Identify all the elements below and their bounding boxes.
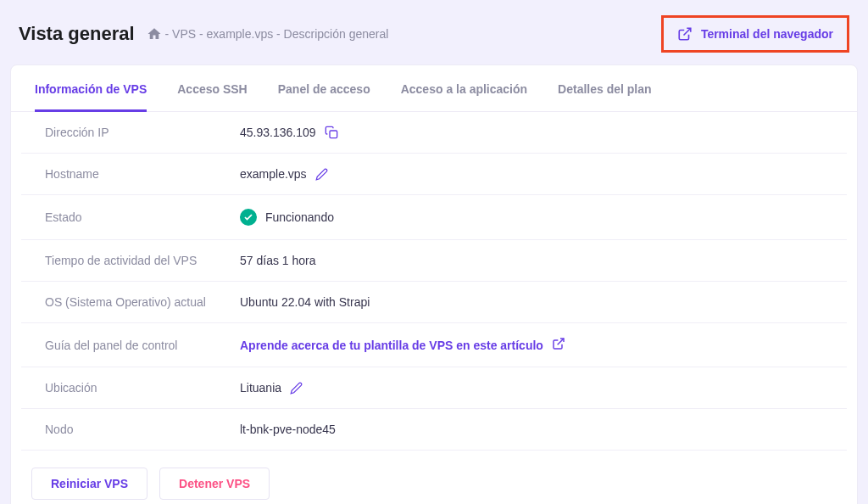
row-ip: Dirección IP 45.93.136.109 <box>21 112 847 154</box>
edit-icon[interactable] <box>315 168 328 181</box>
page-title: Vista general <box>19 23 135 45</box>
external-link-icon <box>677 26 693 42</box>
stop-vps-button[interactable]: Detener VPS <box>159 468 270 500</box>
value-hostname: example.vps <box>240 167 307 181</box>
terminal-button-highlight: Terminal del navegador <box>661 15 849 53</box>
label-ip: Dirección IP <box>45 126 240 139</box>
main-card: Información de VPS Acceso SSH Panel de a… <box>10 64 858 504</box>
row-os: OS (Sistema Operativo) actual Ubuntu 22.… <box>21 282 847 323</box>
row-guide: Guía del panel de control Aprende acerca… <box>21 323 847 367</box>
tab-ssh-access[interactable]: Acceso SSH <box>177 82 247 112</box>
value-os: Ubuntu 22.04 with Strapi <box>240 295 370 309</box>
label-uptime: Tiempo de actividad del VPS <box>45 254 240 267</box>
page-header: Vista general - VPS - example.vps - Desc… <box>10 10 858 64</box>
tab-access-panel[interactable]: Panel de acceso <box>278 82 370 112</box>
label-location: Ubicación <box>45 381 240 395</box>
browser-terminal-button[interactable]: Terminal del navegador <box>670 21 840 47</box>
copy-icon[interactable] <box>325 126 338 139</box>
tab-app-access[interactable]: Acceso a la aplicación <box>401 82 527 112</box>
home-icon[interactable] <box>147 26 162 42</box>
label-status: Estado <box>45 210 240 224</box>
action-buttons: Reiniciar VPS Detener VPS <box>11 451 857 500</box>
svg-line-0 <box>683 28 690 35</box>
breadcrumb-text: - VPS - example.vps - Descripción genera… <box>165 27 389 41</box>
tab-plan-details[interactable]: Detalles del plan <box>558 82 651 112</box>
row-hostname: Hostname example.vps <box>21 154 847 195</box>
value-node: lt-bnk-pve-node45 <box>240 423 336 436</box>
svg-line-2 <box>558 339 564 344</box>
guide-link-text: Aprende acerca de tu plantilla de VPS en… <box>240 339 543 352</box>
tabs: Información de VPS Acceso SSH Panel de a… <box>11 65 857 112</box>
terminal-button-label: Terminal del navegador <box>701 27 833 41</box>
external-link-icon <box>552 337 565 353</box>
guide-link[interactable]: Aprende acerca de tu plantilla de VPS en… <box>240 337 565 353</box>
svg-rect-1 <box>330 131 337 138</box>
check-circle-icon <box>240 209 257 226</box>
value-uptime: 57 días 1 hora <box>240 254 316 267</box>
value-status: Funcionando <box>265 210 334 224</box>
tab-vps-info[interactable]: Información de VPS <box>35 82 147 112</box>
row-status: Estado Funcionando <box>21 195 847 240</box>
label-guide: Guía del panel de control <box>45 339 240 352</box>
label-node: Nodo <box>45 423 240 436</box>
row-node: Nodo lt-bnk-pve-node45 <box>21 409 847 451</box>
row-uptime: Tiempo de actividad del VPS 57 días 1 ho… <box>21 240 847 282</box>
row-location: Ubicación Lituania <box>21 367 847 409</box>
label-os: OS (Sistema Operativo) actual <box>45 295 240 309</box>
breadcrumb: - VPS - example.vps - Descripción genera… <box>147 26 389 42</box>
value-ip: 45.93.136.109 <box>240 126 316 139</box>
label-hostname: Hostname <box>45 167 240 181</box>
restart-vps-button[interactable]: Reiniciar VPS <box>31 468 147 500</box>
value-location: Lituania <box>240 381 281 395</box>
edit-icon[interactable] <box>290 382 303 395</box>
